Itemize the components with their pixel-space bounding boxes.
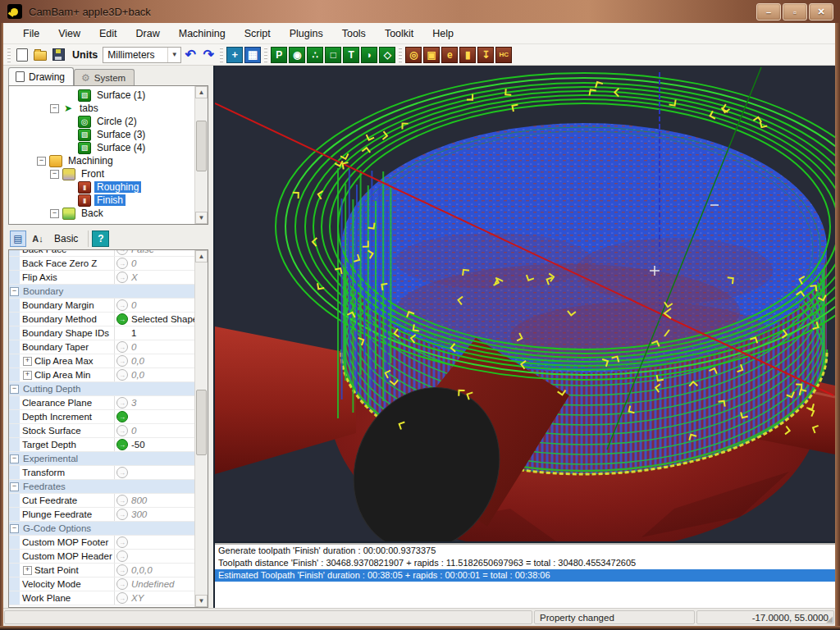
property-category[interactable]: −Cutting Depth (9, 382, 196, 396)
default-arrow-icon[interactable]: → (116, 495, 128, 506)
default-arrow-icon[interactable]: → (116, 397, 128, 409)
tree-item-finish[interactable]: ▮Finish (9, 194, 195, 207)
menu-edit[interactable]: Edit (91, 25, 126, 42)
scroll-down-arrow[interactable]: ▼ (195, 212, 208, 224)
tree-item-back[interactable]: − Back (9, 207, 195, 220)
save-file-button[interactable] (50, 47, 66, 63)
chevron-down-icon[interactable]: ▼ (167, 48, 180, 62)
property-row[interactable]: Boundary Margin→0 (9, 299, 196, 313)
default-arrow-icon[interactable]: → (116, 550, 128, 562)
property-row[interactable]: +Clip Area Max→0,0 (9, 354, 196, 368)
profile-mop-button[interactable]: ◎ (405, 47, 422, 63)
default-arrow-icon[interactable]: → (116, 249, 128, 255)
log-line[interactable]: Toolpath distance 'Finish' : 30468.93708… (215, 557, 835, 569)
help-button[interactable]: ? (92, 231, 109, 247)
tree-item-surface-3[interactable]: ▧Surface (3) (9, 128, 195, 141)
maximize-button[interactable]: ▫ (783, 3, 807, 21)
default-arrow-icon[interactable]: → (116, 592, 128, 604)
nc-file-button[interactable]: HC (495, 47, 512, 63)
property-row[interactable]: Back Face→False (9, 249, 196, 257)
tree-item-tabs[interactable]: − ➤tabs (9, 102, 195, 115)
tree-item-front[interactable]: − Front (9, 167, 195, 180)
expand-icon[interactable]: + (23, 371, 32, 380)
draw-points-button[interactable]: ∴ (307, 47, 323, 63)
property-row[interactable]: Work Plane→XY (9, 591, 196, 605)
property-row[interactable]: Velocity Mode→Undefined (9, 578, 196, 591)
log-line[interactable]: Generate toolpath 'Finish' duration : 00… (215, 545, 835, 557)
tree-item-circle-2[interactable]: ◎Circle (2) (9, 115, 195, 128)
set-arrow-icon[interactable]: → (116, 411, 128, 422)
draw-rectangle-button[interactable]: □ (325, 47, 341, 63)
default-arrow-icon[interactable]: → (116, 578, 128, 590)
open-file-button[interactable] (32, 47, 48, 63)
tree-item-roughing[interactable]: ▮Roughing (9, 180, 195, 194)
undo-button[interactable]: ↶ (182, 47, 199, 63)
tab-system[interactable]: ⚙ System (74, 69, 135, 85)
property-row[interactable]: Clearance Plane→3 (9, 396, 196, 410)
property-row[interactable]: +Clip Area Min→0,0 (9, 368, 196, 382)
default-arrow-icon[interactable]: → (116, 355, 128, 367)
property-row[interactable]: Flip Axis→X (9, 271, 196, 285)
pocket-mop-button[interactable]: ▣ (423, 47, 440, 63)
property-row[interactable]: Plunge Feedrate→300 (9, 508, 196, 522)
default-arrow-icon[interactable]: → (116, 509, 128, 520)
property-row[interactable]: Boundary Shape IDs1 (9, 326, 196, 340)
scroll-down-arrow[interactable]: ▼ (195, 595, 208, 607)
menu-plugins[interactable]: Plugins (281, 25, 331, 42)
scroll-up-arrow[interactable]: ▲ (195, 250, 208, 262)
collapse-icon[interactable]: − (37, 157, 46, 166)
viewport-3d[interactable] (215, 66, 835, 541)
collapse-icon[interactable]: − (10, 524, 19, 533)
property-row[interactable]: Custom MOP Header→ (9, 550, 196, 564)
menu-help[interactable]: Help (424, 25, 462, 42)
default-arrow-icon[interactable]: → (116, 258, 128, 269)
log-line-selected[interactable]: Estimated Toolpath 'Finish' duration : 0… (215, 569, 835, 582)
collapse-icon[interactable]: − (50, 209, 59, 218)
property-row[interactable]: Back Face Zero Z→0 (9, 257, 196, 271)
property-category[interactable]: −Boundary (9, 285, 196, 299)
collapse-icon[interactable]: − (10, 385, 19, 394)
draw-text-button[interactable]: T (343, 47, 359, 63)
default-arrow-icon[interactable]: → (116, 425, 128, 436)
draw-surface-button[interactable]: ◇ (379, 47, 395, 63)
grid-button[interactable]: ▦ (244, 47, 261, 63)
set-arrow-icon[interactable]: → (116, 439, 128, 450)
menu-tools[interactable]: Tools (334, 25, 374, 42)
drawing-tree[interactable]: ▧Surface (1) − ➤tabs ◎Circle (2) ▧Surfac… (8, 85, 208, 225)
property-row[interactable]: Target Depth→-50 (9, 438, 196, 452)
log-panel[interactable]: Generate toolpath 'Finish' duration : 00… (215, 543, 835, 608)
property-row[interactable]: Boundary Method→Selected Shapes (9, 313, 196, 326)
collapse-icon[interactable]: − (10, 454, 19, 463)
menu-script[interactable]: Script (236, 25, 279, 42)
minimize-button[interactable]: – (756, 3, 781, 21)
property-row[interactable]: Custom MOP Footer→ (9, 536, 196, 550)
property-scrollbar[interactable]: ▲ ▼ (194, 250, 208, 607)
sort-az-button[interactable]: A↓ (30, 231, 46, 247)
default-arrow-icon[interactable]: → (116, 467, 128, 478)
property-row[interactable]: Transform→ (9, 466, 196, 480)
menu-draw[interactable]: Draw (128, 25, 168, 42)
expand-icon[interactable]: + (23, 566, 32, 575)
draw-polyline-button[interactable]: P (271, 47, 287, 63)
categorized-view-button[interactable]: ▤ (10, 231, 26, 247)
property-category[interactable]: −Feedrates (9, 480, 196, 494)
property-grid[interactable]: Back Face→False Back Face Zero Z→0 Flip … (8, 249, 208, 608)
property-row[interactable]: +Start Point→0,0,0 (9, 564, 196, 578)
set-arrow-icon[interactable]: → (116, 313, 128, 325)
collapse-icon[interactable]: − (10, 287, 19, 296)
draw-arc-button[interactable]: ◗ (361, 47, 377, 63)
menu-file[interactable]: File (15, 25, 48, 42)
property-category[interactable]: −Experimental (9, 452, 196, 466)
collapse-icon[interactable]: − (50, 104, 59, 113)
collapse-icon[interactable]: − (50, 170, 59, 179)
property-category[interactable]: −G-Code Options (9, 522, 196, 536)
title-bar[interactable]: CamBam+ apple3D+back – ▫ ✕ (0, 0, 840, 23)
tree-item-surface-1[interactable]: ▧Surface (1) (9, 89, 195, 102)
property-row[interactable]: Stock Surface→0 (9, 424, 196, 438)
draw-circle-button[interactable]: ◉ (289, 47, 305, 63)
snap-button[interactable]: + (226, 47, 243, 63)
default-arrow-icon[interactable]: → (116, 536, 128, 548)
drill-bit-button[interactable]: ↧ (477, 47, 494, 63)
drill-mop-button[interactable]: ▮ (459, 47, 476, 63)
scroll-up-arrow[interactable]: ▲ (195, 86, 208, 98)
